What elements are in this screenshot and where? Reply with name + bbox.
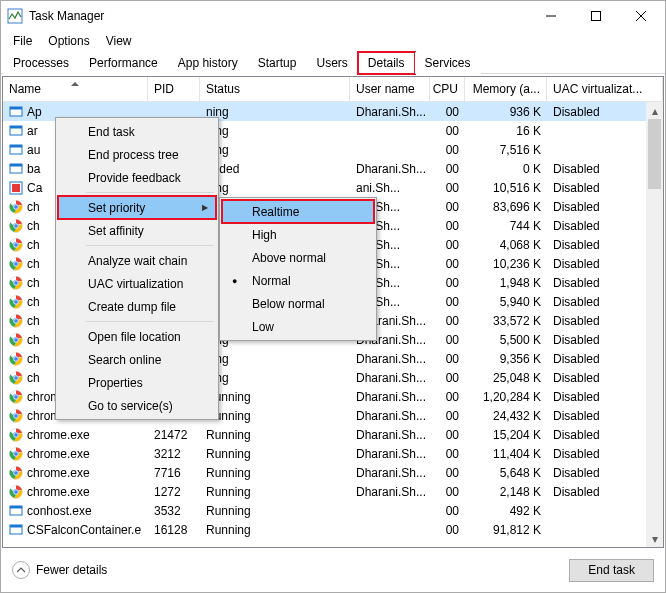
end-task-button[interactable]: End task	[569, 559, 654, 582]
cell-memory: 83,696 K	[465, 200, 547, 214]
column-user[interactable]: User name	[350, 77, 430, 101]
cell-name: ch	[27, 333, 40, 347]
svg-point-29	[14, 280, 19, 285]
window-title: Task Manager	[29, 9, 528, 23]
ctx-end-tree[interactable]: End process tree	[58, 143, 216, 166]
column-memory[interactable]: Memory (a...	[465, 77, 547, 101]
svg-rect-66	[10, 525, 22, 528]
ctx-dump[interactable]: Create dump file	[58, 295, 216, 318]
tab-startup[interactable]: Startup	[248, 52, 307, 74]
column-name[interactable]: Name	[3, 77, 148, 101]
cell-status: ning	[200, 105, 350, 119]
svg-rect-8	[10, 126, 22, 129]
tab-strip: Processes Performance App history Startu…	[1, 51, 665, 74]
ctx-uac-virt[interactable]: UAC virtualization	[58, 272, 216, 295]
chevron-up-icon	[12, 561, 30, 579]
column-cpu[interactable]: CPU	[430, 77, 465, 101]
cell-uac: Disabled	[547, 276, 646, 290]
scroll-thumb[interactable]	[648, 119, 661, 189]
menu-options[interactable]: Options	[40, 32, 97, 50]
cell-status: ning	[200, 143, 350, 157]
svg-point-62	[14, 489, 19, 494]
process-icon	[9, 181, 23, 195]
priority-above-normal[interactable]: Above normal	[222, 246, 374, 269]
ctx-search-online[interactable]: Search online	[58, 348, 216, 371]
process-icon	[9, 200, 23, 214]
process-icon	[9, 162, 23, 176]
table-row[interactable]: chrome.exe1272RunningDharani.Sh...002,14…	[3, 482, 646, 501]
ctx-feedback[interactable]: Provide feedback	[58, 166, 216, 189]
cell-status: Running	[200, 390, 350, 404]
cell-status: Running	[200, 428, 350, 442]
ctx-goto-services[interactable]: Go to service(s)	[58, 394, 216, 417]
process-icon	[9, 409, 23, 423]
cell-uac: Disabled	[547, 352, 646, 366]
cell-memory: 1,20,284 K	[465, 390, 547, 404]
cell-status: ning	[200, 371, 350, 385]
cell-uac: Disabled	[547, 447, 646, 461]
column-status[interactable]: Status	[200, 77, 350, 101]
cell-name: Ca	[27, 181, 42, 195]
ctx-analyze[interactable]: Analyze wait chain	[58, 249, 216, 272]
tab-processes[interactable]: Processes	[3, 52, 79, 74]
cell-name: au	[27, 143, 40, 157]
ctx-end-task[interactable]: End task	[58, 120, 216, 143]
cell-memory: 10,516 K	[465, 181, 547, 195]
cell-uac: Disabled	[547, 466, 646, 480]
ctx-set-priority[interactable]: Set priority	[58, 196, 216, 219]
tab-app-history[interactable]: App history	[168, 52, 248, 74]
svg-rect-64	[10, 506, 22, 509]
svg-point-26	[14, 261, 19, 266]
process-icon	[9, 390, 23, 404]
cell-status: ning	[200, 124, 350, 138]
ctx-properties[interactable]: Properties	[58, 371, 216, 394]
vertical-scrollbar[interactable]: ▴ ▾	[646, 102, 663, 547]
process-icon	[9, 219, 23, 233]
menu-view[interactable]: View	[98, 32, 140, 50]
svg-rect-6	[10, 107, 22, 110]
ctx-set-affinity[interactable]: Set affinity	[58, 219, 216, 242]
cell-name: chrome.exe	[27, 485, 90, 499]
close-button[interactable]	[618, 1, 663, 31]
cell-memory: 24,432 K	[465, 409, 547, 423]
priority-below-normal[interactable]: Below normal	[222, 292, 374, 315]
column-pid[interactable]: PID	[148, 77, 200, 101]
cell-name: ar	[27, 124, 38, 138]
priority-realtime[interactable]: Realtime	[222, 200, 374, 223]
svg-point-59	[14, 470, 19, 475]
process-icon	[9, 105, 23, 119]
scroll-up-icon[interactable]: ▴	[646, 102, 663, 119]
cell-name: ch	[27, 257, 40, 271]
cell-cpu: 00	[430, 105, 465, 119]
task-manager-icon	[7, 8, 23, 24]
process-icon	[9, 523, 23, 537]
cell-name: ch	[27, 238, 40, 252]
ctx-open-location[interactable]: Open file location	[58, 325, 216, 348]
table-row[interactable]: conhost.exe3532Running00492 K	[3, 501, 646, 520]
cell-cpu: 00	[430, 200, 465, 214]
cell-cpu: 00	[430, 276, 465, 290]
tab-performance[interactable]: Performance	[79, 52, 168, 74]
priority-low[interactable]: Low	[222, 315, 374, 338]
scroll-down-icon[interactable]: ▾	[646, 530, 663, 547]
cell-memory: 0 K	[465, 162, 547, 176]
cell-name: ch	[27, 371, 40, 385]
tab-users[interactable]: Users	[306, 52, 357, 74]
column-uac[interactable]: UAC virtualizat...	[547, 77, 663, 101]
maximize-button[interactable]	[573, 1, 618, 31]
fewer-details-button[interactable]: Fewer details	[12, 561, 107, 579]
cell-cpu: 00	[430, 314, 465, 328]
cell-user: Dharani.Sh...	[350, 428, 430, 442]
tab-details[interactable]: Details	[358, 52, 415, 74]
table-row[interactable]: chrome.exe3212RunningDharani.Sh...0011,4…	[3, 444, 646, 463]
table-row[interactable]: CSFalconContainer.e16128Running0091,812 …	[3, 520, 646, 539]
priority-high[interactable]: High	[222, 223, 374, 246]
svg-rect-14	[12, 184, 20, 192]
svg-point-38	[14, 337, 19, 342]
minimize-button[interactable]	[528, 1, 573, 31]
table-row[interactable]: chrome.exe21472RunningDharani.Sh...0015,…	[3, 425, 646, 444]
menu-file[interactable]: File	[5, 32, 40, 50]
table-row[interactable]: chrome.exe7716RunningDharani.Sh...005,64…	[3, 463, 646, 482]
priority-normal[interactable]: Normal	[222, 269, 374, 292]
tab-services[interactable]: Services	[415, 52, 481, 74]
